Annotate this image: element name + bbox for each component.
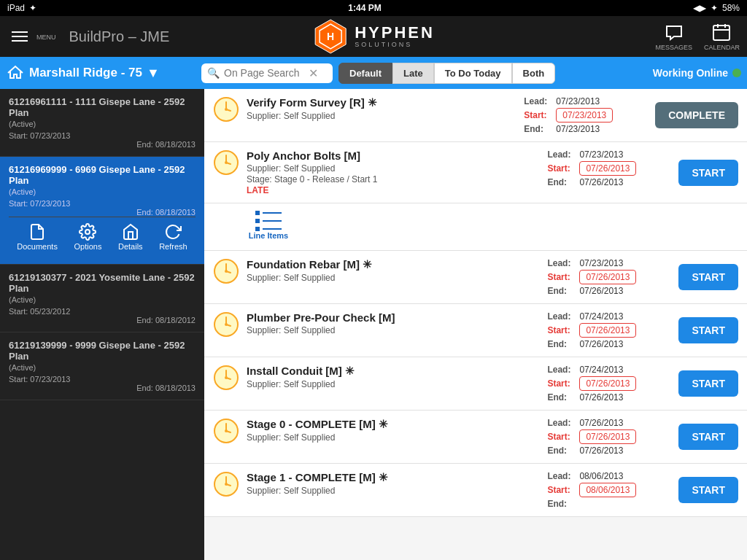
options-button[interactable]: Options (74, 223, 101, 251)
wifi-icon: ✦ (29, 3, 36, 13)
search-clear-icon[interactable]: ✕ (309, 66, 318, 80)
sidebar-item-1[interactable]: 61216961111 - 1111 Gisepe Lane - 2592 Pl… (0, 89, 204, 157)
task-1-start-date: 07/23/2013 (556, 108, 613, 122)
filter-dropdown-icon[interactable]: ▼ (147, 66, 160, 81)
task-2-info: Poly Anchor Bolts [M] Supplier: Self Sup… (247, 149, 540, 195)
sidebar-item-4-dates: Start: 07/23/2013 End: 08/18/2013 (9, 375, 196, 392)
sidebar-item-4[interactable]: 61219139999 - 9999 Gisepe Lane - 2592 Pl… (0, 332, 204, 400)
svg-rect-16 (255, 211, 260, 215)
options-icon (79, 223, 96, 241)
battery-level: 58% (722, 3, 740, 13)
clock-icon-3 (213, 258, 239, 284)
svg-text:H: H (327, 31, 334, 42)
task-row-6: Stage 0 - COMPLETE [M] ✳ Supplier: Self … (204, 411, 747, 464)
status-bar-right: ◀▶ ✦ 58% (693, 3, 740, 13)
task-3-start-button[interactable]: START (678, 264, 738, 290)
task-row-1: Verify Form Survey [R] ✳ Supplier: Self … (204, 89, 747, 142)
task-3-supplier: Supplier: Self Supplied (247, 273, 540, 283)
sidebar-item-2-status: (Active) (9, 187, 196, 196)
task-2-stage: Stage: Stage 0 - Release / Start 1 (247, 174, 540, 184)
sidebar-item-2[interactable]: 61216969999 - 6969 Gisepe Lane - 2592 Pl… (0, 157, 204, 265)
ipad-label: iPad (7, 3, 25, 13)
task-1-dates: Lead: 07/23/2013 Start: 07/23/2013 End: … (524, 96, 648, 134)
calendar-icon (711, 22, 732, 42)
app-title: BuildPro – JME (69, 28, 170, 44)
task-row-5: Install Conduit [M] ✳ Supplier: Self Sup… (204, 357, 747, 411)
task-1-info: Verify Form Survey [R] ✳ Supplier: Self … (247, 96, 516, 122)
messages-button[interactable]: MESSAGES (655, 22, 692, 51)
task-1-complete-button[interactable]: COMPLETE (655, 102, 738, 128)
main-layout: 61216961111 - 1111 Gisepe Lane - 2592 Pl… (0, 89, 747, 560)
task-4-info: Plumber Pre-Pour Check [M] Supplier: Sel… (247, 311, 540, 336)
task-list: Verify Form Survey [R] ✳ Supplier: Self … (204, 89, 747, 560)
sidebar-item-3-dates: Start: 05/23/2012 End: 08/18/2012 (9, 307, 196, 324)
svg-rect-17 (255, 219, 260, 223)
task-row-3: Foundation Rebar [M] ✳ Supplier: Self Su… (204, 251, 747, 304)
status-bar-time: 1:44 PM (348, 3, 381, 13)
task-3-title: Foundation Rebar [M] ✳ (247, 258, 540, 271)
task-5-dates: Lead: 07/24/2013 Start: 07/26/2013 End: … (547, 365, 671, 402)
clock-icon-5 (213, 365, 239, 391)
clock-icon-2 (213, 149, 239, 176)
sidebar-item-3[interactable]: 61219130377 - 2021 Yosemite Lane - 2592 … (0, 265, 204, 332)
task-2-start-button[interactable]: START (678, 160, 738, 186)
line-items-button[interactable]: Line Items (247, 211, 290, 240)
hyphen-logo-icon: H (312, 18, 349, 55)
task-2-late: LATE (247, 185, 540, 195)
task-7-dates: Lead: 08/06/2013 Start: 08/06/2013 End: (547, 471, 671, 509)
details-icon (122, 223, 139, 241)
line-items-section: Line Items (204, 203, 747, 251)
sidebar-item-3-title: 61219130377 - 2021 Yosemite Lane - 2592 … (9, 272, 196, 294)
calendar-button[interactable]: CALENDAR (704, 22, 740, 51)
tab-todo-today[interactable]: To Do Today (434, 63, 512, 84)
svg-point-7 (85, 230, 90, 234)
task-2-dates: Lead: 07/23/2013 Start: 07/26/2013 End: … (547, 149, 671, 187)
task-7-supplier: Supplier: Self Supplied (247, 486, 540, 496)
filter-tabs: Default Late To Do Today Both (338, 63, 555, 84)
menu-label: MENU (36, 34, 56, 41)
task-6-title: Stage 0 - COMPLETE [M] ✳ (247, 418, 540, 431)
task-1-supplier: Supplier: Self Supplied (247, 111, 516, 121)
task-5-supplier: Supplier: Self Supplied (247, 379, 540, 389)
app-title-area: BuildPro – JME (69, 28, 170, 45)
task-7-start-button[interactable]: START (678, 477, 738, 503)
online-status: Working Online (653, 67, 741, 79)
task-7-info: Stage 1 - COMPLETE [M] ✳ Supplier: Self … (247, 471, 540, 497)
documents-button[interactable]: Documents (17, 223, 58, 251)
task-row-4: Plumber Pre-Pour Check [M] Supplier: Sel… (204, 304, 747, 357)
status-bar-left: iPad ✦ (7, 3, 36, 13)
task-6-supplier: Supplier: Self Supplied (247, 432, 540, 443)
task-4-start-date: 07/26/2013 (579, 323, 636, 338)
clock-icon-4 (213, 311, 239, 338)
sidebar-item-2-title: 61216969999 - 6969 Gisepe Lane - 2592 Pl… (9, 164, 196, 186)
svg-rect-3 (713, 26, 729, 40)
sidebar-toolbar: Documents Options Details (9, 217, 196, 257)
clock-icon-1 (213, 96, 239, 122)
task-3-info: Foundation Rebar [M] ✳ Supplier: Self Su… (247, 258, 540, 284)
sidebar-item-4-title: 61219139999 - 9999 Gisepe Lane - 2592 Pl… (9, 340, 196, 362)
task-5-start-button[interactable]: START (678, 370, 738, 397)
task-5-title: Install Conduit [M] ✳ (247, 365, 540, 378)
search-input[interactable] (224, 67, 304, 79)
logo-sub: SOLUTIONS (355, 41, 435, 48)
task-4-start-button[interactable]: START (678, 317, 738, 343)
documents-icon (28, 223, 46, 241)
tab-late[interactable]: Late (392, 63, 434, 84)
bluetooth-icon: ✦ (711, 3, 718, 13)
task-5-info: Install Conduit [M] ✳ Supplier: Self Sup… (247, 365, 540, 390)
task-6-start-button[interactable]: START (678, 424, 738, 450)
airplay-icon: ◀▶ (693, 3, 706, 13)
details-button[interactable]: Details (118, 223, 143, 251)
sidebar-item-1-title: 61216961111 - 1111 Gisepe Lane - 2592 Pl… (9, 96, 196, 118)
location-section: Marshall Ridge - 75 ▼ (6, 63, 196, 82)
menu-button[interactable] (7, 27, 32, 46)
top-nav: MENU BuildPro – JME H HYPHEN SOLUTIONS M… (0, 16, 747, 57)
tab-default[interactable]: Default (338, 63, 392, 84)
sidebar-item-3-status: (Active) (9, 295, 196, 304)
refresh-button[interactable]: Refresh (159, 223, 187, 251)
clock-icon-6 (213, 418, 239, 444)
sidebar-item-1-dates: Start: 07/23/2013 End: 08/18/2013 (9, 131, 196, 149)
tab-both[interactable]: Both (512, 63, 556, 84)
online-indicator (732, 69, 741, 77)
logo-text: HYPHEN (355, 25, 435, 41)
